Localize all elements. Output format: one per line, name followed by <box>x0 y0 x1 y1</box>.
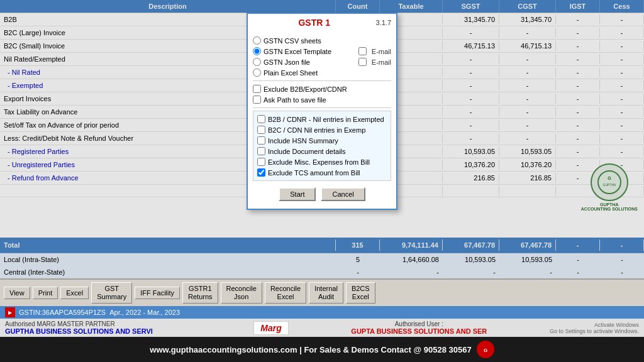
label-hsn: Include HSN Summary <box>268 137 338 145</box>
gstr1-returns-button[interactable]: GSTR1Returns <box>182 282 218 304</box>
label-email1: E-mail <box>372 48 391 55</box>
label-excl-b2b: Exclude B2B/Export/CDNR <box>264 85 347 93</box>
modal-title: GSTR 1 <box>298 18 330 28</box>
label-json: GSTN Json file <box>264 58 310 66</box>
checkbox-row-excl-b2b[interactable]: Exclude B2B/Export/CDNR <box>253 84 391 94</box>
divider <box>253 80 391 81</box>
user-name: GUPTA BUSINESS SOLUTIONS AND SER <box>301 327 537 335</box>
svg-text:G: G <box>484 348 487 353</box>
radio-row-plain[interactable]: Plain Excel Sheet <box>253 67 391 78</box>
checkbox-email2[interactable] <box>358 58 367 66</box>
footer-logo: G <box>477 341 494 358</box>
divider <box>253 107 391 108</box>
marg-logo: Marg <box>253 321 288 335</box>
checkbox-tcs[interactable] <box>257 168 265 177</box>
modal-actions: Start Cancel <box>253 184 391 205</box>
label-plain: Plain Excel Sheet <box>264 69 318 77</box>
footer: www.gupthaaccountingsolutions.com | For … <box>0 337 644 362</box>
partner-info: Authorised MARG MASTER PARTNER GUPTHA BU… <box>5 321 241 335</box>
label-b2b-cdnr: B2B / CDNR - Nil entries in Exempted <box>268 116 384 123</box>
radio-plain[interactable] <box>253 69 261 77</box>
cb-row-b2c-cdn[interactable]: B2C / CDN Nil entries in Exemp <box>257 124 387 135</box>
checkbox-doc[interactable] <box>257 147 265 155</box>
reconcile-excel-button[interactable]: ReconcileExcel <box>265 282 306 304</box>
checkbox-misc[interactable] <box>257 158 265 166</box>
print-button[interactable]: Print <box>33 287 58 299</box>
checkbox-b2c-cdn[interactable] <box>257 126 265 134</box>
main-container: Description Count Taxable SGST CGST IGST… <box>0 0 644 362</box>
radio-excel[interactable] <box>253 47 261 55</box>
start-button[interactable]: Start <box>279 187 316 201</box>
radio-json[interactable] <box>253 58 261 66</box>
user-label: Authorised User : <box>301 321 537 327</box>
modal-overlay: GSTR 1 3.1.7 GSTN CSV sheets GSTN Excel … <box>0 0 644 278</box>
cb-row-misc[interactable]: Exclude Misc. Expenses from Bill <box>257 156 387 167</box>
radio-row-json[interactable]: GSTN Json file E-mail <box>253 57 391 67</box>
status-bar: ▶ GSTIN:36AAPCA5954P1ZS Apr., 2022 - Mar… <box>0 306 644 319</box>
label-doc: Include Document details <box>268 148 346 155</box>
checkbox-b2b-cdnr[interactable] <box>257 115 265 123</box>
partner-name: GUPTHA BUSINESS SOLUTIONS AND SERVI <box>5 327 241 335</box>
checkbox-excl-b2b[interactable] <box>253 85 261 93</box>
view-button[interactable]: View <box>4 287 30 299</box>
modal-version: 3.1.7 <box>376 19 391 26</box>
cb-row-doc[interactable]: Include Document details <box>257 146 387 156</box>
toolbar: View Print Excel GSTSummary IFF Facility… <box>0 278 644 306</box>
partner-label: Authorised MARG MASTER PARTNER <box>5 321 241 327</box>
modal-header: GSTR 1 3.1.7 <box>248 14 396 31</box>
cb-row-tcs[interactable]: Exclude TCS amount from Bill <box>257 167 387 178</box>
windows-activation: Activate Windows Go to Settings to activ… <box>550 322 639 334</box>
iff-facility-button[interactable]: IFF Facility <box>135 287 180 299</box>
label-tcs: Exclude TCS amount from Bill <box>268 169 360 177</box>
info-bar: Authorised MARG MASTER PARTNER GUPTHA BU… <box>0 319 644 337</box>
marg-brand: Marg <box>260 323 281 333</box>
label-excel: GSTN Excel Template <box>264 48 331 55</box>
internal-audit-button[interactable]: InternalAudit <box>309 282 343 304</box>
reconcile-json-button[interactable]: ReconcileJson <box>221 282 262 304</box>
gstr1-modal: GSTR 1 3.1.7 GSTN CSV sheets GSTN Excel … <box>247 13 397 210</box>
radio-csv[interactable] <box>253 36 261 45</box>
modal-checkboxes-section: B2B / CDNR - Nil entries in Exempted B2C… <box>253 111 391 181</box>
period-text: Apr., 2022 - Mar., 2023 <box>109 309 180 316</box>
checkbox-email1[interactable] <box>358 47 367 55</box>
label-email2: E-mail <box>372 58 391 66</box>
table-area: Description Count Taxable SGST CGST IGST… <box>0 0 644 278</box>
cb-row-b2b-cdnr[interactable]: B2B / CDNR - Nil entries in Exempted <box>257 114 387 124</box>
label-csv: GSTN CSV sheets <box>264 37 321 45</box>
user-info: Authorised User : GUPTA BUSINESS SOLUTIO… <box>301 321 537 335</box>
radio-row-excel[interactable]: GSTN Excel Template E-mail <box>253 46 391 57</box>
b2cs-excel-button[interactable]: B2CSExcel <box>346 282 375 304</box>
excel-button[interactable]: Excel <box>60 287 89 299</box>
label-b2c-cdn: B2C / CDN Nil entries in Exemp <box>268 126 365 134</box>
checkbox-row-ask-path[interactable]: Ask Path to save file <box>253 94 391 105</box>
label-misc: Exclude Misc. Expenses from Bill <box>268 158 370 166</box>
checkbox-ask-path[interactable] <box>253 96 261 104</box>
play-button[interactable]: ▶ <box>5 307 15 317</box>
checkbox-hsn[interactable] <box>257 136 265 145</box>
label-ask-path: Ask Path to save file <box>264 96 326 104</box>
footer-text: www.gupthaaccountingsolutions.com | For … <box>150 345 471 354</box>
modal-body: GSTN CSV sheets GSTN Excel Template E-ma… <box>248 31 396 209</box>
cb-row-hsn[interactable]: Include HSN Summary <box>257 135 387 146</box>
cancel-button[interactable]: Cancel <box>321 187 365 201</box>
gstin-text: GSTIN:36AAPCA5954P1ZS <box>19 309 106 316</box>
gst-summary-button[interactable]: GSTSummary <box>91 282 132 304</box>
radio-row-csv[interactable]: GSTN CSV sheets <box>253 35 391 46</box>
